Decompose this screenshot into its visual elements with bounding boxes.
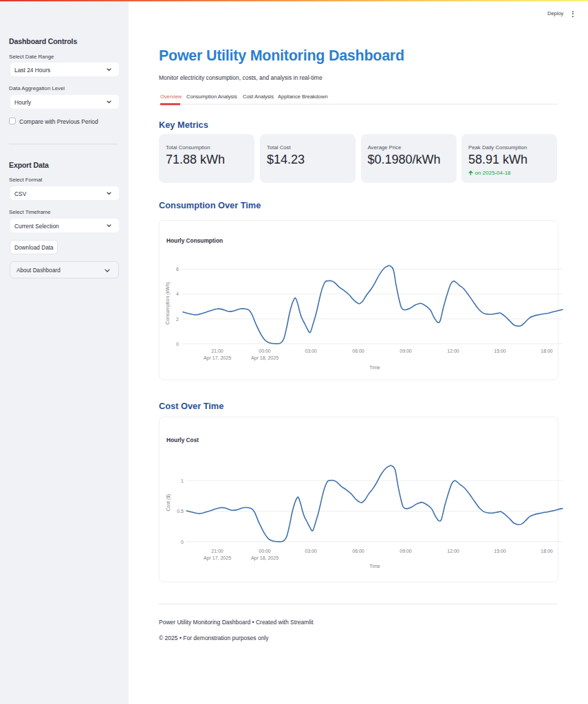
svg-text:Apr 18, 2025: Apr 18, 2025: [251, 556, 279, 561]
svg-text:Apr 17, 2025: Apr 17, 2025: [204, 556, 231, 561]
svg-text:12:00: 12:00: [447, 549, 459, 553]
svg-text:Cost ($): Cost ($): [166, 494, 171, 512]
svg-text:Apr 18, 2025: Apr 18, 2025: [251, 355, 279, 361]
svg-text:18:00: 18:00: [541, 549, 553, 553]
svg-text:18:00: 18:00: [541, 349, 553, 353]
svg-text:06:00: 06:00: [352, 349, 364, 353]
svg-text:00:00: 00:00: [259, 349, 271, 353]
svg-text:Apr 17, 2025: Apr 17, 2025: [204, 355, 231, 361]
svg-text:15:00: 15:00: [494, 549, 506, 553]
svg-text:4: 4: [176, 292, 179, 296]
svg-text:06:00: 06:00: [352, 549, 364, 553]
svg-text:03:00: 03:00: [305, 549, 317, 553]
svg-text:0: 0: [181, 540, 184, 544]
svg-text:Time: Time: [369, 365, 380, 370]
svg-text:Time: Time: [369, 564, 380, 569]
svg-text:0: 0: [176, 342, 179, 346]
svg-text:09:00: 09:00: [400, 349, 412, 353]
svg-text:21:00: 21:00: [211, 549, 224, 553]
svg-text:0.5: 0.5: [177, 509, 184, 514]
svg-text:00:00: 00:00: [259, 549, 271, 553]
svg-text:21:00: 21:00: [211, 349, 224, 353]
svg-text:15:00: 15:00: [494, 349, 506, 353]
svg-text:12:00: 12:00: [447, 349, 459, 353]
svg-text:09:00: 09:00: [400, 549, 412, 553]
svg-text:1: 1: [181, 478, 184, 483]
svg-text:03:00: 03:00: [305, 349, 317, 353]
svg-text:2: 2: [176, 317, 179, 322]
svg-text:6: 6: [176, 267, 179, 272]
svg-text:Consumption (kWh): Consumption (kWh): [165, 282, 171, 324]
